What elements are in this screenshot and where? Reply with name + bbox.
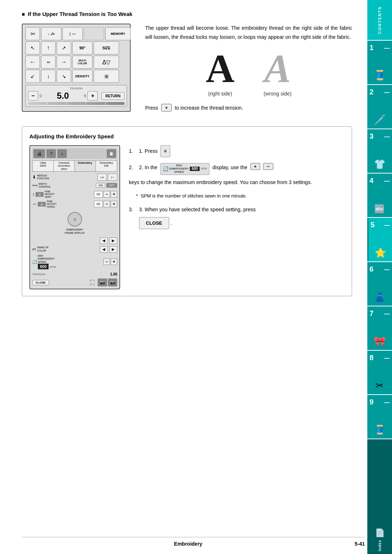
section2-title: Adjusting the Embroidery Speed — [29, 133, 344, 139]
panel-btn-mirror[interactable]: ⇔ — [41, 56, 56, 69]
section1-title-text: If the Upper Thread Tension is Too Weak — [28, 11, 132, 17]
frame-next-btn[interactable]: ▶ — [109, 237, 117, 244]
speed-minus-btn[interactable]: − — [103, 258, 110, 265]
panel-btn-right[interactable]: → — [57, 56, 71, 69]
emb-tab-character[interactable]: CharacterDecorativeStitch — [54, 161, 75, 171]
sidebar-tab-7[interactable]: 7 — 🎀 — [367, 306, 392, 350]
sidebar-tab-1[interactable]: 1 — 🧵 — [367, 41, 392, 84]
fine-horiz-label: FINEADJUSTHORIZ. — [47, 200, 57, 208]
fine-vert-minus[interactable]: − — [103, 191, 110, 197]
tension-plus-btn[interactable]: + — [87, 91, 98, 101]
wrong-side-label: (wrong side) — [264, 91, 291, 97]
step2-plus-btn[interactable]: + — [250, 163, 261, 170]
needle-pos-btn2[interactable]: ↕− — [108, 174, 117, 181]
panel-btn-up[interactable]: ↑ — [41, 41, 56, 54]
tab8-num: 8 — [369, 354, 373, 362]
step3: 3. 3. When you have selected the speed s… — [129, 205, 344, 229]
version-label: VERSION — [32, 273, 45, 276]
tab3-num: 3 — [369, 132, 373, 140]
fine-vert-plus[interactable]: + — [111, 191, 117, 197]
needle-pos-label: NEEDLEPOSITION — [37, 174, 49, 180]
panel-btn-dl[interactable]: ↘ — [57, 70, 71, 83]
tension-value-display: 5.0 — [43, 91, 82, 101]
index-icon: 📄 — [375, 528, 385, 538]
fine-horiz-plus[interactable]: + — [111, 201, 117, 207]
sidebar-tab-9[interactable]: 9 — 🧵 — [367, 395, 392, 439]
tab6-num: 6 — [369, 265, 373, 273]
emb-close-btn[interactable]: CLOSE — [32, 280, 49, 285]
panel-btn-memory[interactable]: MEMORY — [105, 27, 131, 40]
panel-btn-down[interactable]: ↓ — [41, 70, 56, 83]
tab5-dash: — — [384, 222, 390, 229]
tension-min-val: 0 — [40, 94, 42, 98]
section1-title: ■ If the Upper Thread Tension is Too Wea… — [22, 11, 352, 17]
right-side-illustration: A (right side) — [206, 49, 234, 97]
panel-btn-scissors[interactable]: ✂ — [25, 27, 40, 40]
sidebar-tab-4[interactable]: 4 — 🔤 — [367, 174, 392, 217]
section1-bullet: ■ — [22, 11, 25, 17]
tension-label: TENSION — [28, 87, 124, 90]
color-next-btn[interactable]: ▶ — [109, 246, 117, 253]
sidebar-tab-8[interactable]: 8 — ✂ — [367, 351, 392, 394]
fine-vert-label: FINEADJUSTVERT. — [45, 190, 54, 199]
tab6-icon: 👗 — [374, 292, 385, 303]
off-btn[interactable]: OFF — [106, 183, 117, 188]
tab7-dash: — — [384, 311, 390, 318]
frame-prev-btn[interactable]: ◀ — [100, 237, 108, 244]
on-btn[interactable]: ON — [96, 183, 105, 188]
max-speed-label: MAXEMBROIDERYSPEED — [38, 254, 56, 264]
color-prev-btn[interactable]: ◀ — [100, 246, 108, 253]
tab2-dash: — — [384, 89, 390, 96]
panel-btn-diag[interactable]: ↗ — [57, 41, 71, 54]
tension-minus-btn[interactable]: − — [28, 91, 38, 101]
sidebar-tab-6[interactable]: 6 — 👗 — [367, 262, 392, 306]
tab4-icon: 🔤 — [374, 204, 385, 214]
panel-btn-dr[interactable]: ↙ — [25, 70, 40, 83]
wrong-side-illustration: A (wrong side) — [264, 49, 291, 97]
step1: 1. 1. Press ≡ — [129, 145, 344, 157]
menu-icon-btn[interactable]: ≡ — [160, 145, 170, 157]
instructions-area: 1. 1. Press ≡ 2. 2. In the 🔄 MAXEMBR — [129, 145, 344, 233]
tab3-icon: 👕 — [374, 159, 385, 170]
sidebar-tab-2[interactable]: 2 — 🪡 — [367, 85, 392, 129]
panel-btn-density[interactable]: DENSITY — [72, 70, 93, 83]
letter-a-faded: A — [264, 49, 291, 89]
step2-num: 2. — [129, 163, 136, 172]
return-btn[interactable]: RETURN — [101, 92, 124, 100]
fine-vert-icon2: ||| — [36, 192, 44, 197]
plus-button-inline[interactable]: + — [161, 104, 172, 111]
sidebar-tab-5[interactable]: 5 — ⭐ — [367, 218, 392, 261]
control-panel-image: ✂ ↓ -/+ ↕↔ MEMORY ↖ ↑ ↗ 90° SIZE — [22, 24, 131, 112]
emb-tab-embroidery[interactable]: Embroidery — [75, 161, 96, 171]
emb-icon1: 🖨 — [33, 149, 45, 158]
panel-btn-empty1 — [84, 27, 104, 40]
panel-btn-pattern[interactable]: Δ▽ — [94, 56, 119, 69]
close-button-display[interactable]: CLOSE — [139, 217, 169, 229]
emb-tab-utility[interactable]: UtilityStitch — [33, 161, 54, 171]
sidebar-tab-index[interactable]: 📄 Index — [367, 439, 392, 554]
sidebar-tab-contents[interactable]: CONTENTS — [367, 0, 392, 40]
sidebar-tab-3[interactable]: 3 — 👕 — [367, 129, 392, 173]
panel-btn-arrows[interactable]: ↕↔ — [62, 27, 83, 40]
step2-minus-btn[interactable]: − — [263, 163, 273, 170]
panel-btn-grid[interactable]: ⊞ — [94, 70, 119, 83]
panel-btn-size[interactable]: SIZE — [94, 41, 119, 54]
right-side-label: (right side) — [208, 91, 232, 97]
max-speed-icon: 🔄 — [32, 260, 37, 264]
panel-btn-90[interactable]: 90° — [72, 41, 93, 54]
footer: Embroidery 5-41 — [22, 537, 365, 547]
multi-color-label: MULTICOLOR — [78, 59, 87, 65]
tab1-icon: 🧵 — [373, 69, 386, 81]
needle-pos-btn1[interactable]: ↕+ — [97, 174, 107, 181]
panel-btn-multi-color[interactable]: MULTICOLOR — [72, 56, 93, 69]
panel-btn-left[interactable]: ← — [25, 56, 40, 69]
panel-btn-minus-plus[interactable]: ↓ -/+ — [41, 27, 61, 40]
section1-body-text: The upper thread will become loose. The … — [145, 24, 352, 41]
fine-horiz-icon: ↔ — [32, 201, 37, 207]
emb-tab-edit[interactable]: EmbroideryEdit — [96, 161, 117, 171]
name-color-label: NAME OFCOLOR — [37, 246, 49, 252]
fine-horiz-minus[interactable]: − — [103, 201, 110, 207]
panel-btn-r[interactable]: ↖ — [25, 41, 40, 54]
tab9-icon: 🧵 — [374, 424, 385, 436]
speed-plus-btn[interactable]: + — [111, 258, 117, 265]
